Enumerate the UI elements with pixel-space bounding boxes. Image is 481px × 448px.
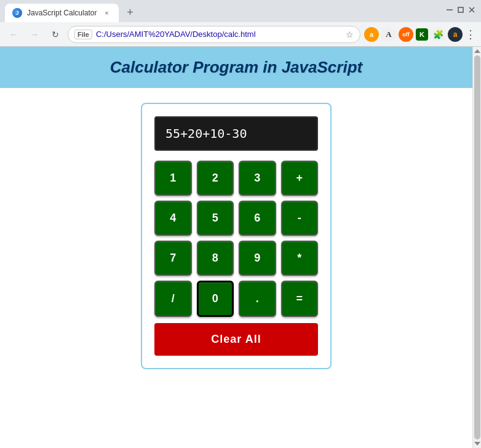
calculator-wrapper: 55+20+10-30 123+456-789*/0.= Clear All — [0, 88, 472, 382]
refresh-button[interactable]: ↻ — [47, 26, 64, 43]
restore-button[interactable] — [456, 6, 465, 14]
puzzle-extension-icon[interactable]: 🧩 — [431, 27, 445, 42]
page-title: Calculator Program in JavaScript — [11, 58, 461, 77]
browser-window: J JavaScript Calculator × + ← → ↻ File C… — [0, 0, 481, 448]
btn-3[interactable]: 3 — [239, 161, 276, 196]
clear-all-button[interactable]: Clear All — [154, 323, 318, 356]
tab-close-button[interactable]: × — [101, 8, 111, 18]
serif-a-extension-icon[interactable]: A — [381, 27, 396, 42]
a-circle-extension-icon[interactable]: a — [448, 27, 463, 42]
scroll-up-icon[interactable] — [474, 49, 480, 53]
btn-plus[interactable]: + — [281, 161, 319, 196]
url-file-label: File — [74, 30, 92, 39]
btn-1[interactable]: 1 — [154, 161, 192, 196]
btn-2[interactable]: 2 — [197, 161, 234, 196]
btn-8[interactable]: 8 — [197, 241, 234, 276]
display-value: 55+20+10-30 — [165, 126, 247, 141]
scroll-thumb[interactable] — [474, 55, 480, 439]
extensions-bar: a A off K 🧩 a ⋮ — [364, 27, 476, 42]
tab-favicon: J — [12, 8, 22, 18]
btn-0[interactable]: 0 — [197, 281, 234, 317]
off-extension-icon[interactable]: off — [399, 27, 413, 42]
btn-5[interactable]: 5 — [197, 201, 234, 236]
scroll-down-icon[interactable] — [474, 442, 480, 446]
url-bar[interactable]: File C:/Users/AMIT%20YADAV/Desktop/calc.… — [68, 26, 360, 43]
active-tab[interactable]: J JavaScript Calculator × — [5, 4, 119, 22]
calculator-container: 55+20+10-30 123+456-789*/0.= Clear All — [141, 103, 332, 369]
browser-menu-button[interactable]: ⋮ — [465, 28, 476, 41]
btn-div[interactable]: / — [154, 281, 192, 317]
bookmark-star-icon[interactable]: ☆ — [346, 30, 354, 39]
btn-7[interactable]: 7 — [154, 241, 192, 276]
btn-dot[interactable]: . — [239, 281, 276, 317]
new-tab-button[interactable]: + — [121, 4, 138, 21]
window-controls — [445, 6, 476, 17]
page-content: Calculator Program in JavaScript 55+20+1… — [0, 47, 472, 448]
back-button[interactable]: ← — [5, 26, 22, 43]
btn-4[interactable]: 4 — [154, 201, 192, 236]
calculator-display: 55+20+10-30 — [154, 116, 318, 151]
url-path: C:/Users/AMIT%20YADAV/Desktop/calc.html — [96, 30, 342, 39]
btn-mult[interactable]: * — [281, 241, 319, 276]
close-button[interactable] — [467, 6, 476, 14]
tab-bar: J JavaScript Calculator × + — [5, 0, 443, 22]
k-extension-icon[interactable]: K — [416, 28, 428, 41]
title-bar: J JavaScript Calculator × + — [0, 0, 481, 22]
minimize-button[interactable] — [445, 6, 454, 14]
page-header: Calculator Program in JavaScript — [0, 47, 472, 88]
tab-label: JavaScript Calculator — [27, 9, 97, 17]
button-grid: 123+456-789*/0.= — [154, 161, 318, 317]
btn-6[interactable]: 6 — [239, 201, 276, 236]
svg-rect-1 — [458, 7, 463, 12]
amazon-extension-icon[interactable]: a — [364, 27, 379, 42]
forward-button[interactable]: → — [26, 26, 43, 43]
btn-9[interactable]: 9 — [239, 241, 276, 276]
btn-eq[interactable]: = — [281, 281, 319, 317]
btn-minus[interactable]: - — [281, 201, 319, 236]
address-bar: ← → ↻ File C:/Users/AMIT%20YADAV/Desktop… — [0, 22, 481, 47]
scrollbar[interactable] — [472, 47, 481, 448]
